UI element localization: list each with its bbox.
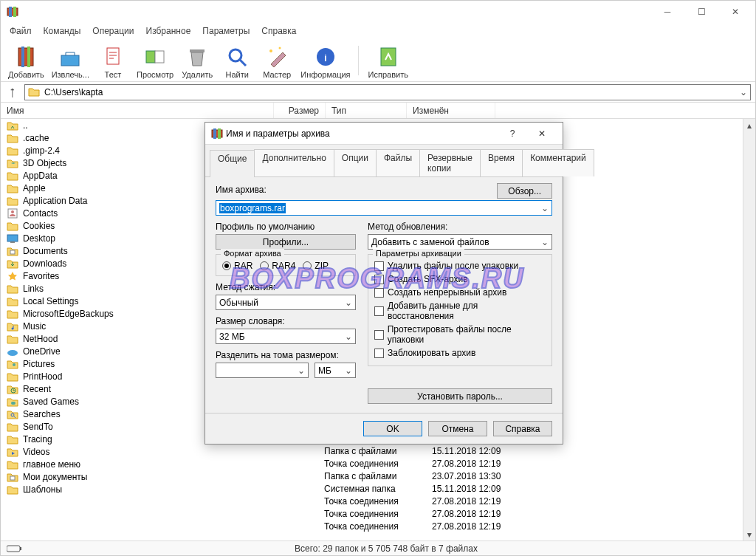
list-item[interactable]: Папка с файлами15.11.2018 12:09 (1, 445, 743, 457)
list-item[interactable]: Системная папка15.11.2018 12:09 (1, 482, 743, 495)
dialog-help-button[interactable]: ? (498, 128, 527, 139)
checkbox[interactable]: Создать SFX-архив (374, 274, 546, 284)
menu-Избранное[interactable]: Избранное (140, 24, 197, 38)
ok-button[interactable]: OK (363, 421, 422, 436)
main-window: ─ ☐ ✕ ФайлКомандыОперацииИзбранноеПараме… (0, 0, 756, 556)
archive-name-input[interactable]: boxprograms.rar ⌄ (216, 200, 552, 216)
svg-rect-17 (381, 48, 396, 66)
svg-rect-20 (7, 235, 18, 241)
checkbox[interactable]: Добавить данные для восстановления (374, 301, 546, 321)
file-icon (7, 333, 18, 345)
toolbar-Извлечь...[interactable]: Извлечь... (49, 41, 92, 80)
dict-select[interactable]: 32 МБ⌄ (216, 329, 356, 344)
address-text: C:\Users\kapta (44, 87, 103, 97)
menu-Операции[interactable]: Операции (86, 24, 140, 38)
address-input[interactable]: C:\Users\kapta ⌄ (24, 84, 751, 100)
chevron-down-icon: ⌄ (541, 203, 549, 213)
password-button[interactable]: Установить пароль... (368, 388, 552, 404)
svg-rect-21 (10, 241, 15, 243)
close-button[interactable]: ✕ (718, 1, 752, 23)
split-label: Разделить на тома размером: (216, 350, 356, 360)
tab-Общие[interactable]: Общие (210, 150, 255, 177)
dialog-body: Имя архива: Обзор... boxprograms.rar ⌄ П… (205, 177, 563, 410)
dialog-footer: OK Отмена Справка (205, 413, 563, 444)
archive-name-label: Имя архива: (216, 185, 491, 195)
file-icon (7, 207, 18, 219)
list-item[interactable]: Точка соединения27.08.2018 12:19 (1, 520, 743, 532)
menu-Файл[interactable]: Файл (4, 24, 38, 38)
file-icon (7, 132, 18, 144)
minimize-button[interactable]: ─ (650, 1, 684, 23)
file-icon (7, 283, 18, 295)
titlebar: ─ ☐ ✕ (1, 1, 755, 23)
checkbox[interactable]: Заблокировать архив (374, 348, 546, 358)
list-item[interactable]: Точка соединения27.08.2018 12:19 (1, 507, 743, 520)
file-icon (7, 145, 18, 157)
update-method-select[interactable]: Добавить с заменой файлов ⌄ (368, 234, 552, 250)
svg-point-24 (7, 350, 18, 356)
list-item[interactable]: Точка соединения27.08.2018 12:19 (1, 495, 743, 507)
dialog-title: Имя и параметры архива (223, 128, 498, 139)
browse-button[interactable]: Обзор... (497, 183, 552, 199)
svg-rect-35 (218, 128, 221, 139)
radio-ZIP[interactable]: ZIP (303, 261, 329, 271)
status-left-icon (7, 545, 23, 552)
tab-Резервные копии[interactable]: Резервные копии (419, 149, 481, 176)
column-modified[interactable]: Изменён (407, 103, 495, 118)
checkbox[interactable]: Создать непрерывный архив (374, 287, 546, 298)
svg-rect-27 (11, 402, 16, 405)
list-header: Имя Размер Тип Изменён (1, 103, 755, 119)
svg-point-23 (12, 327, 14, 329)
toolbar-Мастер[interactable]: Мастер (258, 41, 296, 80)
file-icon (7, 220, 18, 232)
svg-rect-32 (20, 547, 21, 550)
scroll-up-icon[interactable]: ▴ (743, 119, 755, 131)
toolbar: ДобавитьИзвлечь...ТестПросмотрУдалитьНай… (1, 39, 755, 82)
scroll-down-icon[interactable]: ▾ (743, 528, 755, 540)
scrollbar[interactable]: ▴ ▾ (743, 119, 755, 540)
menu-Параметры[interactable]: Параметры (196, 24, 255, 38)
svg-rect-22 (10, 250, 15, 254)
file-icon (7, 195, 18, 207)
toolbar-Добавить[interactable]: Добавить (5, 41, 47, 80)
checkbox[interactable]: Протестировать файлы после упаковки (374, 324, 546, 345)
format-group: Формат архива RARRAR4ZIP (216, 254, 356, 276)
radio-RAR4[interactable]: RAR4 (260, 261, 295, 271)
menu-Команды[interactable]: Команды (38, 24, 87, 38)
list-item[interactable]: Точка соединения27.08.2018 12:19 (1, 457, 743, 470)
file-icon (7, 295, 18, 307)
list-item[interactable]: Папка с файлами23.07.2018 13:30 (1, 470, 743, 482)
radio-RAR[interactable]: RAR (222, 261, 252, 271)
toolbar-Удалить[interactable]: Удалить (178, 41, 216, 80)
status-text: Всего: 29 папок и 5 705 748 байт в 7 фай… (23, 543, 749, 554)
up-button[interactable]: ⭡ (5, 85, 20, 100)
column-type[interactable]: Тип (326, 103, 407, 118)
column-size[interactable]: Размер (274, 103, 326, 118)
toolbar-Исправить[interactable]: Исправить (365, 41, 411, 80)
archive-dialog: Имя и параметры архива ? ✕ ОбщиеДополнит… (205, 122, 563, 445)
toolbar-Просмотр[interactable]: Просмотр (134, 41, 176, 80)
file-icon (7, 120, 18, 131)
svg-line-12 (240, 60, 246, 66)
split-size-input[interactable]: ⌄ (216, 363, 309, 378)
svg-point-19 (11, 210, 14, 213)
tab-Опции[interactable]: Опции (334, 149, 377, 176)
tab-Комментарий[interactable]: Комментарий (522, 149, 594, 176)
help-button[interactable]: Справка (493, 421, 552, 436)
chevron-down-icon[interactable]: ⌄ (740, 87, 747, 97)
dialog-close-button[interactable]: ✕ (527, 128, 557, 139)
maximize-button[interactable]: ☐ (684, 1, 718, 23)
compress-select[interactable]: Обычный⌄ (216, 295, 356, 310)
tab-Файлы[interactable]: Файлы (376, 149, 420, 176)
split-unit-select[interactable]: МБ⌄ (315, 363, 356, 378)
toolbar-Информация[interactable]: iИнформация (298, 41, 353, 80)
checkbox[interactable]: Удалить файлы после упаковки (374, 261, 546, 271)
tab-Время[interactable]: Время (480, 149, 523, 176)
profiles-button[interactable]: Профили... (216, 234, 356, 250)
tab-Дополнительно[interactable]: Дополнительно (254, 149, 334, 176)
cancel-button[interactable]: Отмена (428, 421, 487, 436)
column-name[interactable]: Имя (1, 103, 274, 118)
toolbar-Найти[interactable]: Найти (218, 41, 256, 80)
menu-Справка[interactable]: Справка (255, 24, 302, 38)
toolbar-Тест[interactable]: Тест (94, 41, 132, 80)
